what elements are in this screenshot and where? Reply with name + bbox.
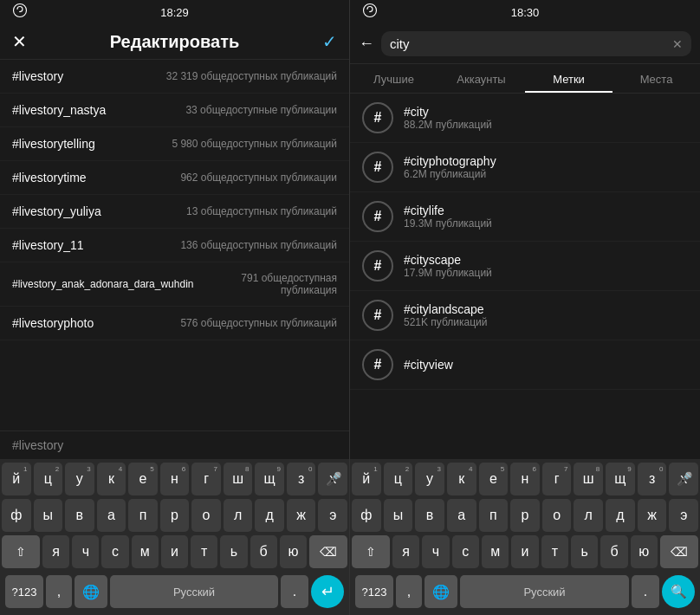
r-key-y[interactable]: 1й (352, 463, 381, 495)
list-item[interactable]: #livestory_11 136 общедоступных публикац… (0, 229, 349, 262)
list-item[interactable]: #livestoryphoto 576 общедоступных публик… (0, 307, 349, 340)
key-y2[interactable]: ы (34, 499, 63, 532)
key-ya[interactable]: я (42, 535, 69, 568)
mic-icon-left[interactable]: 🎤 (326, 471, 342, 487)
spacebar-left[interactable]: Русский (110, 575, 278, 608)
key-sh[interactable]: 8ш (224, 463, 253, 495)
num-key-left[interactable]: ?123 (5, 575, 43, 608)
globe-key-right[interactable]: 🌐 (425, 575, 457, 608)
search-key-right[interactable]: 🔍 (662, 575, 695, 608)
r-key-ch[interactable]: ч (422, 535, 449, 568)
comma-key-right[interactable]: , (396, 575, 422, 608)
hashtag-item[interactable]: # #city 88.2M публикаций (350, 94, 700, 143)
r-key-ya[interactable]: я (392, 535, 419, 568)
enter-key-left[interactable]: ↵ (311, 575, 344, 608)
r-key-n[interactable]: 6н (510, 463, 540, 495)
hashtag-item[interactable]: # #cityscape 17.9M публикаций (350, 242, 700, 291)
r-key-e[interactable]: 5е (479, 463, 509, 495)
r-key-ts[interactable]: 2ц (384, 463, 413, 495)
key-y[interactable]: 1й (2, 463, 31, 495)
r-key-z[interactable]: 0з (638, 463, 667, 495)
key-s[interactable]: с (101, 535, 128, 568)
key-ts[interactable]: 2ц (34, 463, 63, 495)
tab-places[interactable]: Места (612, 64, 700, 93)
shift-key-left[interactable]: ⇧ (2, 535, 40, 568)
search-input[interactable] (390, 36, 667, 51)
r-key-d[interactable]: д (606, 499, 635, 532)
dot-key-right[interactable]: . (632, 575, 659, 608)
close-button[interactable]: ✕ (12, 31, 27, 52)
r-key-s[interactable]: с (452, 535, 479, 568)
num-key-right[interactable]: ?123 (355, 575, 393, 608)
key-shch[interactable]: 9щ (255, 463, 284, 495)
mic-icon-right[interactable]: 🎤 (677, 471, 693, 487)
key-o[interactable]: о (191, 499, 221, 532)
key-i[interactable]: и (161, 535, 188, 568)
key-t[interactable]: т (191, 535, 217, 568)
dot-key-left[interactable]: . (281, 575, 308, 608)
key-v[interactable]: в (65, 499, 94, 532)
key-n[interactable]: 6н (160, 463, 190, 495)
confirm-button[interactable]: ✓ (322, 31, 337, 52)
r-key-sh[interactable]: 8ш (574, 463, 603, 495)
backspace-key-left[interactable]: ⌫ (309, 535, 347, 568)
list-item[interactable]: #livestorytelling 5 980 общедоступных пу… (0, 127, 349, 161)
backspace-key-right[interactable]: ⌫ (660, 535, 698, 568)
r-key-ee[interactable]: э (669, 499, 698, 532)
list-item[interactable]: #livestory 32 319 общедоступных публикац… (0, 60, 349, 94)
r-key-l[interactable]: л (574, 499, 603, 532)
list-item[interactable]: #livestory_anak_adonara_dara_wuhdin 791 … (0, 262, 349, 307)
shift-key-right[interactable]: ⇧ (352, 535, 390, 568)
tab-tags[interactable]: Метки (525, 64, 612, 93)
hashtag-item[interactable]: # #citylandscape 521K публикаций (350, 291, 700, 340)
hashtag-item[interactable]: # #cityview (350, 340, 700, 390)
r-key-b[interactable]: б (600, 535, 627, 568)
r-key-a[interactable]: а (447, 499, 476, 532)
globe-key-left[interactable]: 🌐 (75, 575, 107, 608)
spacebar-right[interactable]: Русский (460, 575, 629, 608)
back-button[interactable]: ← (359, 35, 374, 53)
key-yu[interactable]: ю (280, 535, 307, 568)
key-m[interactable]: м (132, 535, 159, 568)
list-item[interactable]: #livestory_yuliya 13 общедоступных публи… (0, 195, 349, 229)
r-key-f[interactable]: ф (352, 499, 381, 532)
key-l[interactable]: л (224, 499, 253, 532)
key-zh[interactable]: ж (287, 499, 316, 532)
r-key-t[interactable]: т (541, 535, 568, 568)
tab-best[interactable]: Лучшие (350, 64, 438, 93)
key-ee[interactable]: э (318, 499, 347, 532)
key-soft[interactable]: ь (220, 535, 247, 568)
key-r[interactable]: р (160, 499, 190, 532)
key-e[interactable]: 5е (128, 463, 158, 495)
list-item[interactable]: #livestory_nastya 33 общедоступные публи… (0, 94, 349, 127)
key-z[interactable]: 0з (287, 463, 316, 495)
hashtag-item[interactable]: # #cityphotography 6.2M публикаций (350, 143, 700, 192)
r-key-yu[interactable]: ю (631, 535, 658, 568)
r-key-v[interactable]: в (415, 499, 444, 532)
r-key-y2[interactable]: ы (384, 499, 413, 532)
hashtag-item[interactable]: # #citylife 19.3M публикаций (350, 192, 700, 242)
comma-key-left[interactable]: , (46, 575, 72, 608)
r-key-r[interactable]: р (510, 499, 540, 532)
r-key-k[interactable]: 4к (447, 463, 476, 495)
key-ch[interactable]: ч (72, 535, 99, 568)
r-key-u[interactable]: 3у (415, 463, 444, 495)
r-key-zh[interactable]: ж (638, 499, 667, 532)
r-key-shch[interactable]: 9щ (606, 463, 635, 495)
list-item[interactable]: #livestorytime 962 общедоступных публика… (0, 161, 349, 195)
key-p[interactable]: п (128, 499, 158, 532)
key-k[interactable]: 4к (97, 463, 126, 495)
r-key-m[interactable]: м (482, 535, 509, 568)
key-g[interactable]: 7г (191, 463, 221, 495)
r-key-p[interactable]: п (479, 499, 509, 532)
key-u[interactable]: 3у (65, 463, 94, 495)
clear-icon[interactable]: ✕ (672, 37, 683, 51)
key-d[interactable]: д (255, 499, 284, 532)
key-b[interactable]: б (250, 535, 277, 568)
r-key-i[interactable]: и (511, 535, 538, 568)
key-f[interactable]: ф (2, 499, 31, 532)
r-key-soft[interactable]: ь (571, 535, 598, 568)
r-key-o[interactable]: о (542, 499, 572, 532)
r-key-g[interactable]: 7г (542, 463, 572, 495)
key-a[interactable]: а (97, 499, 126, 532)
